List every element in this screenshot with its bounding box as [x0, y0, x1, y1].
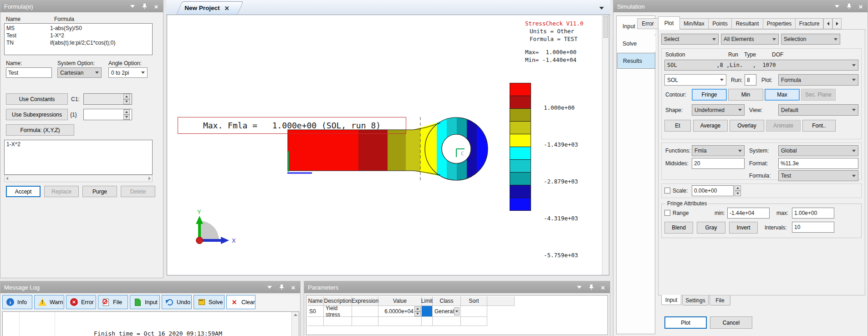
param-expression-cell[interactable]: [352, 306, 378, 317]
col-header-sort[interactable]: Sort: [461, 296, 487, 306]
bottom-tab-file[interactable]: File: [710, 295, 730, 305]
tab-error[interactable]: Error: [637, 18, 659, 29]
bottom-tab-input[interactable]: Input: [661, 295, 681, 305]
col-header-limit[interactable]: Limit: [422, 296, 433, 306]
log-vscrollbar[interactable]: [291, 312, 299, 336]
range-min-input[interactable]: -1.44e+04: [727, 208, 770, 219]
blend-button[interactable]: Blend: [664, 222, 693, 234]
value-spinner[interactable]: [414, 306, 421, 316]
format-input[interactable]: %11.3e: [778, 158, 858, 169]
col-header-value[interactable]: Value: [378, 296, 422, 306]
functions-select[interactable]: Fmla: [692, 145, 745, 156]
tab-properties[interactable]: Properties: [763, 18, 796, 29]
purge-button[interactable]: Purge: [82, 186, 117, 197]
pin-icon[interactable]: [278, 284, 285, 290]
close-icon[interactable]: [153, 3, 159, 10]
selection-select[interactable]: Selection: [781, 34, 840, 45]
c1-input[interactable]: [83, 93, 132, 105]
panel-menu-icon[interactable]: [129, 3, 136, 10]
tab-fracture[interactable]: Fracture: [795, 18, 823, 29]
use-constants-button[interactable]: Use Constants: [6, 93, 68, 105]
close-icon[interactable]: [858, 3, 864, 10]
angle-option-select[interactable]: 0 to 2pi: [108, 67, 148, 78]
formula-select[interactable]: Test: [778, 170, 858, 181]
param-empty-cell[interactable]: [433, 317, 461, 326]
subexpression-input[interactable]: [83, 109, 132, 120]
scroll-left-icon[interactable]: [6, 177, 8, 180]
formula-xyz-button[interactable]: Formula: (X,Y,Z): [6, 124, 74, 136]
run-input[interactable]: 8: [745, 74, 756, 86]
panel-menu-icon[interactable]: [266, 284, 273, 290]
solution-select[interactable]: SOL: [664, 74, 726, 86]
tab-scroll-left[interactable]: [823, 18, 832, 29]
range-checkbox[interactable]: [664, 210, 670, 216]
close-icon[interactable]: [290, 284, 296, 290]
param-empty-cell[interactable]: [378, 317, 422, 326]
method-select[interactable]: Select: [661, 34, 719, 45]
log-undo-button[interactable]: Undo: [162, 295, 192, 309]
param-sort-cell[interactable]: [461, 306, 487, 317]
param-name-cell[interactable]: S0: [307, 306, 324, 317]
param-description-cell[interactable]: Yield stress: [324, 306, 352, 317]
param-value-cell[interactable]: 6.0000e+04: [378, 306, 422, 317]
tab-list-icon[interactable]: [598, 5, 605, 11]
midsides-input[interactable]: 20: [692, 158, 745, 169]
scale-input[interactable]: 0.00e+00: [692, 185, 734, 196]
message-log-list[interactable]: Finish time = Oct 16 2020 09:13:59AM Sol…: [2, 311, 299, 336]
invert-button[interactable]: Invert: [729, 222, 758, 234]
sec-plane-button[interactable]: Sec. Plane: [801, 89, 836, 101]
col-header-name[interactable]: Name: [307, 296, 324, 306]
log-file-button[interactable]: File: [98, 295, 128, 309]
bottom-tab-settings[interactable]: Settings: [682, 295, 709, 305]
log-clear-button[interactable]: Clear: [226, 295, 255, 309]
class-dropdown-icon[interactable]: [454, 307, 460, 316]
col-header-class[interactable]: Class: [433, 296, 461, 306]
log-info-button[interactable]: iInfo: [2, 295, 32, 309]
shape-select[interactable]: Undeformed: [692, 104, 745, 116]
delete-button[interactable]: Delete: [121, 186, 155, 197]
nav-item-solve[interactable]: Solve: [617, 36, 655, 51]
log-error-button[interactable]: ✕Error: [66, 295, 96, 309]
replace-button[interactable]: Replace: [44, 186, 79, 197]
min-button[interactable]: Min: [728, 89, 763, 101]
formula-list[interactable]: MS 1-abs(Sy)/S0 Test 1-X^2 TN if(abs(t):…: [4, 23, 153, 55]
formula-list-row[interactable]: Test 1-X^2: [6, 32, 150, 39]
object-select[interactable]: All Elements: [721, 34, 779, 45]
tab-new-project[interactable]: New Project ✕: [176, 1, 238, 15]
system-select[interactable]: Global: [778, 145, 858, 156]
tab-points[interactable]: Points: [708, 18, 732, 29]
nav-item-results[interactable]: Results: [617, 53, 655, 69]
subexpression-spinner[interactable]: [123, 109, 130, 120]
use-subexpressions-button[interactable]: Use Subexpressions: [6, 109, 68, 120]
scroll-right-icon[interactable]: [148, 177, 151, 180]
formula-list-row[interactable]: MS 1-abs(Sy)/S0: [6, 25, 150, 32]
graphics-viewport[interactable]: C Y X StressCheck V11.0 Units =: [167, 15, 609, 275]
param-empty-cell[interactable]: [352, 317, 378, 326]
tab-scroll-right[interactable]: [832, 18, 842, 29]
font-button[interactable]: Font..: [802, 120, 836, 132]
param-class-cell[interactable]: General: [433, 306, 461, 317]
accept-button[interactable]: Accept: [6, 186, 41, 197]
plot-button[interactable]: Plot: [664, 316, 707, 329]
formula-editor-hscrollbar[interactable]: [4, 175, 153, 182]
system-option-select[interactable]: Cartesian: [57, 67, 102, 78]
pin-icon[interactable]: [846, 3, 852, 10]
tab-resultant[interactable]: Resultant: [731, 18, 763, 29]
param-empty-cell[interactable]: [422, 317, 433, 326]
fringe-button[interactable]: Fringe: [692, 89, 727, 101]
scale-checkbox[interactable]: [664, 188, 670, 193]
et-button[interactable]: Et: [664, 120, 691, 132]
solution-list-row[interactable]: SOL ,8 ,Lin. , 1070: [664, 60, 858, 71]
intervals-input[interactable]: 10: [792, 222, 834, 233]
log-solve-button[interactable]: Solve: [194, 295, 225, 309]
view-select[interactable]: Default: [778, 104, 858, 116]
log-warn-button[interactable]: !Warn: [34, 295, 64, 309]
pin-icon[interactable]: [588, 284, 594, 290]
tab-close-icon[interactable]: ✕: [224, 5, 229, 12]
formula-list-row[interactable]: TN if(abs(t):le:pi/2;C1*cos(t);0): [6, 39, 150, 46]
close-icon[interactable]: [600, 284, 606, 290]
formula-editor[interactable]: 1-X^2: [4, 140, 153, 175]
panel-menu-icon[interactable]: [834, 3, 840, 10]
viewport-vscrollbar[interactable]: [602, 15, 609, 275]
param-empty-cell[interactable]: [461, 317, 487, 326]
